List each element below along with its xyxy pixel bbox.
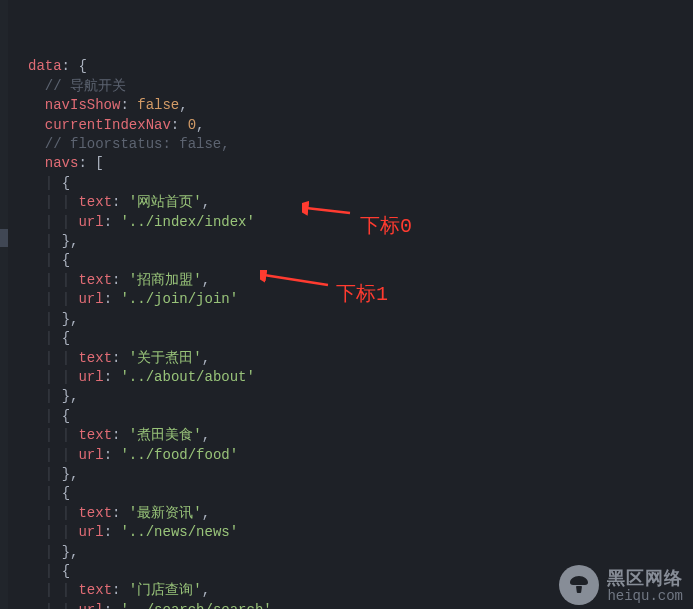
svg-line-1 — [264, 275, 328, 285]
string-value: '网站首页' — [129, 194, 202, 210]
property-currentindexnav: currentIndexNav — [45, 117, 171, 133]
code-editor-content[interactable]: data: { // 导航开关 navIsShow: false, curren… — [28, 38, 272, 609]
watermark: 黑区网络 heiqu.com — [559, 565, 683, 605]
string-value: '../index/index' — [120, 214, 254, 230]
string-value: '关于煮田' — [129, 350, 202, 366]
watermark-logo-icon — [559, 565, 599, 605]
annotation-index-0: 下标0 — [360, 212, 412, 239]
colon: : — [62, 58, 79, 74]
annotation-index-1: 下标1 — [336, 280, 388, 307]
bracket-open: [ — [95, 155, 103, 171]
comment-nav-switch: // 导航开关 — [45, 78, 126, 94]
object-open: { — [62, 175, 70, 191]
string-value: '../food/food' — [120, 447, 238, 463]
value-zero: 0 — [188, 117, 196, 133]
property-data: data — [28, 58, 62, 74]
value-false: false — [137, 97, 179, 113]
object-close: } — [62, 233, 70, 249]
mushroom-icon — [567, 573, 591, 597]
string-value: '招商加盟' — [129, 272, 202, 288]
property-navs: navs — [45, 155, 79, 171]
arrow-icon — [302, 201, 352, 219]
string-value: '../search/search' — [120, 602, 271, 609]
string-value: '../news/news' — [120, 524, 238, 540]
watermark-name: 黑区网络 — [607, 566, 683, 590]
string-value: '煮田美食' — [129, 427, 202, 443]
property-url: url — [78, 214, 103, 230]
watermark-domain: heiqu.com — [607, 588, 683, 604]
property-navisshow: navIsShow — [45, 97, 121, 113]
brace-open: { — [78, 58, 86, 74]
svg-line-0 — [306, 208, 350, 213]
editor-gutter — [0, 0, 8, 609]
string-value: '../about/about' — [120, 369, 254, 385]
string-value: '../join/join' — [120, 291, 238, 307]
property-text: text — [78, 194, 112, 210]
comment-floorstatus: // floorstatus: false, — [45, 136, 230, 152]
string-value: '最新资讯' — [129, 505, 202, 521]
string-value: '门店查询' — [129, 582, 202, 598]
gutter-marker — [0, 229, 8, 247]
